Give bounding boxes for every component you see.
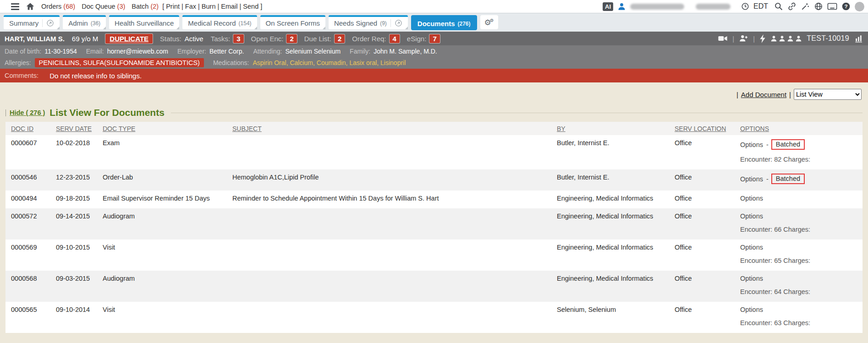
options-link[interactable]: Options (740, 212, 763, 220)
options-link[interactable]: Options (740, 175, 763, 183)
by-cell: Butler, Internist E. (551, 135, 669, 169)
search-icon[interactable] (774, 2, 783, 11)
by-cell: Selenium, Selenium (551, 302, 669, 333)
batched-badge: Batched (771, 139, 805, 150)
by-value: Engineering, Medical Informatics (557, 212, 653, 220)
doc-type: Audiogram (103, 212, 135, 220)
doc-queue-count: (3) (117, 3, 126, 10)
home-icon[interactable] (26, 2, 35, 11)
column-header-doc-type[interactable]: DOC TYPE (97, 122, 227, 135)
tasks-count-badge[interactable]: 3 (233, 34, 243, 43)
tab-label: Medical Record (188, 19, 236, 27)
doc-id-cell: 0000568 (5, 271, 50, 302)
options-link[interactable]: Options (740, 306, 763, 313)
tab-summary[interactable]: Summary (4, 15, 60, 29)
attending-value: Selenium Selenium (285, 48, 341, 55)
add-document-link[interactable]: Add Document (741, 91, 786, 98)
tab-settings-gears-icon[interactable]: ⚙⚙ (480, 15, 498, 29)
batched-badge: Batched (771, 174, 805, 184)
column-header-serv-location[interactable]: SERV LOCATION (669, 122, 735, 135)
status-label: Status: (160, 35, 181, 43)
doc-id: 0000568 (11, 275, 37, 282)
add-person-icon[interactable] (739, 34, 748, 43)
encounter-info: Encounter: 66 Charges: (740, 226, 857, 233)
allergies-badge[interactable]: PENICILLINS, SULFA(SULFONAMIDE ANTIBIOTI… (35, 58, 204, 67)
table-row: 0000572 09-14-2015 Audiogram Engineering… (5, 208, 863, 240)
documents-content: | Add Document | List View Hide ( 276 ) … (0, 82, 868, 336)
column-header-subject[interactable]: SUBJECT (227, 122, 551, 135)
lightning-icon[interactable] (759, 34, 766, 43)
tab-admin[interactable]: Admin (36) (63, 15, 106, 29)
open-enc-label: Open Enc: (251, 35, 284, 43)
serv-location: Office (675, 174, 692, 181)
medication-link[interactable]: Lasix oral (349, 59, 377, 66)
view-mode-select[interactable]: List View (794, 89, 862, 100)
tab-documents[interactable]: Documents (276) (411, 15, 477, 30)
timezone-label[interactable]: EDT (753, 2, 768, 11)
by-cell: Engineering, Medical Informatics (551, 208, 669, 240)
column-header-by[interactable]: BY (551, 122, 669, 135)
chart-id: TEST-10019 (807, 34, 849, 43)
serv-location-cell: Office (669, 208, 735, 240)
wand-icon[interactable] (801, 2, 810, 11)
doc-type: Visit (103, 306, 115, 313)
patient-details-row: Date of birth:11-30-1954 Email:horner@mi… (0, 45, 868, 57)
orders-link[interactable]: Orders (68) (41, 3, 75, 10)
column-header-options[interactable]: OPTIONS (735, 122, 863, 135)
column-header-doc-id[interactable]: DOC ID (5, 122, 50, 135)
popout-icon[interactable] (390, 19, 402, 27)
options-link[interactable]: Options (740, 141, 763, 148)
tab-needs-signed[interactable]: Needs Signed (9) (329, 15, 408, 29)
batch-link[interactable]: Batch (2) (132, 3, 159, 10)
comments-label: Comments: (5, 72, 38, 79)
hide-link[interactable]: Hide ( 276 ) (10, 109, 45, 116)
tab-on-screen-forms[interactable]: On Screen Forms (260, 15, 325, 29)
current-user-name (630, 4, 684, 10)
order-req-count-badge[interactable]: 4 (390, 34, 400, 43)
options-link[interactable]: Options (740, 195, 763, 202)
bar-chart-icon[interactable] (854, 34, 863, 43)
duplicate-badge[interactable]: DUPLICATE (105, 34, 153, 44)
tab-health-surveillance[interactable]: Health Surveillance (109, 15, 179, 29)
employer-label: Employer: (177, 48, 206, 55)
orders-count: (68) (63, 3, 75, 10)
by-value: Engineering, Medical Informatics (557, 275, 653, 282)
video-camera-icon[interactable] (718, 34, 728, 43)
medication-link[interactable]: Calcium (290, 59, 313, 66)
tab-label: Summary (9, 19, 38, 27)
globe-icon[interactable] (814, 2, 823, 11)
care-team-people-icons[interactable] (770, 35, 802, 42)
link-icon[interactable] (787, 2, 797, 11)
tab-medical-record[interactable]: Medical Record (154) (182, 15, 257, 29)
doc-queue-link[interactable]: Doc Queue (3) (82, 3, 125, 10)
serv-date: 10-02-2018 (56, 139, 90, 147)
documents-table-header: DOC IDSERV DATEDOC TYPESUBJECTBYSERV LOC… (5, 122, 863, 135)
open-enc-count-badge[interactable]: 2 (286, 34, 297, 43)
medication-link[interactable]: Lisinopril (380, 59, 406, 66)
batch-actions-links[interactable]: [ Print | Fax | Burn | Email | Send ] (162, 3, 262, 10)
menu-icon[interactable] (11, 3, 19, 10)
serv-date-cell: 09-03-2015 (50, 271, 97, 302)
by-value: Butler, Internist E. (557, 174, 609, 181)
pipe-right: | (789, 91, 791, 98)
medication-link[interactable]: Aspirin Oral (253, 59, 286, 66)
help-icon[interactable]: ? (841, 2, 851, 11)
options-link[interactable]: Options (740, 244, 763, 251)
esign-count-badge[interactable]: 7 (429, 34, 439, 43)
ai-badge[interactable]: AI (603, 2, 613, 11)
doc-id: 0000546 (11, 174, 37, 181)
tasks-label: Tasks: (211, 35, 231, 43)
keyboard-icon[interactable] (827, 2, 837, 11)
options-link[interactable]: Options (740, 275, 763, 282)
popout-icon[interactable] (42, 19, 54, 27)
options-cell: Options - Encounter: 63 Charges: (735, 302, 863, 333)
subject-cell (227, 302, 551, 333)
documents-legend: Hide ( 276 ) List View For Documents (5, 107, 863, 118)
patient-header-row: HART, WILLIAM S. 69 y/o M DUPLICATE Stat… (0, 32, 868, 45)
avatar[interactable] (855, 2, 864, 11)
column-header-serv-date[interactable]: SERV DATE (50, 122, 97, 135)
medication-link[interactable]: Coumadin (317, 59, 346, 66)
serv-date-cell: 09-10-2015 (50, 240, 97, 271)
due-list-count-badge[interactable]: 2 (335, 34, 345, 43)
encounter-info: Encounter: 82 Charges: (740, 156, 857, 163)
